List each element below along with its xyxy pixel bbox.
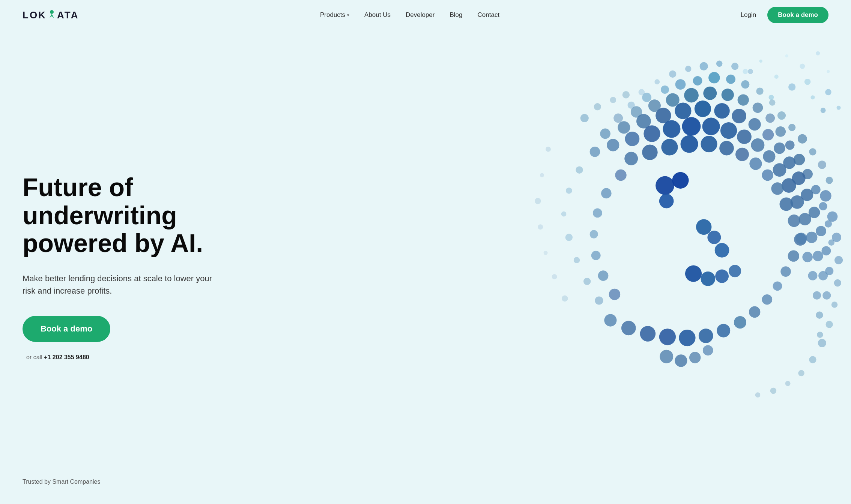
- svg-point-26: [675, 79, 686, 90]
- svg-point-95: [672, 172, 689, 189]
- svg-point-139: [562, 296, 568, 302]
- logo-text-left: LOK: [23, 9, 47, 21]
- svg-point-63: [714, 103, 729, 118]
- svg-point-161: [762, 170, 773, 181]
- svg-point-94: [656, 176, 674, 195]
- svg-point-39: [613, 114, 623, 123]
- svg-point-113: [762, 294, 772, 305]
- svg-point-114: [773, 281, 782, 291]
- phone-number: +1 202 355 9480: [44, 354, 89, 360]
- svg-point-159: [735, 148, 749, 161]
- nav-blog[interactable]: Blog: [450, 11, 463, 18]
- svg-point-86: [773, 163, 786, 177]
- svg-point-27: [693, 76, 702, 86]
- svg-point-10: [788, 83, 795, 90]
- svg-point-44: [703, 87, 717, 100]
- svg-point-47: [752, 103, 763, 113]
- svg-point-123: [566, 188, 572, 194]
- svg-point-172: [601, 188, 612, 199]
- svg-point-33: [777, 111, 786, 120]
- svg-point-146: [825, 321, 833, 328]
- svg-point-90: [806, 232, 817, 243]
- svg-point-104: [604, 314, 616, 326]
- svg-point-22: [748, 69, 753, 74]
- chevron-down-icon: ▾: [347, 13, 349, 18]
- svg-point-145: [831, 302, 837, 308]
- svg-point-167: [808, 271, 817, 280]
- svg-point-77: [625, 132, 639, 146]
- svg-point-61: [675, 103, 691, 119]
- svg-point-24: [642, 93, 651, 102]
- svg-point-171: [615, 170, 626, 181]
- book-demo-hero-button[interactable]: Book a demo: [23, 316, 110, 342]
- svg-point-127: [583, 278, 591, 285]
- svg-point-108: [679, 330, 695, 346]
- svg-point-152: [755, 392, 760, 398]
- svg-point-173: [592, 208, 602, 218]
- ai-head-svg: [369, 30, 851, 496]
- svg-point-140: [820, 190, 831, 201]
- svg-point-119: [675, 354, 687, 367]
- svg-point-111: [734, 316, 746, 328]
- svg-point-64: [732, 109, 746, 123]
- svg-point-85: [763, 150, 775, 163]
- nav-about-us[interactable]: About Us: [364, 11, 391, 18]
- hero-content: Future of underwriting powered by AI. Ma…: [23, 173, 255, 361]
- svg-point-106: [640, 326, 655, 341]
- svg-point-97: [696, 219, 711, 235]
- svg-point-72: [816, 226, 826, 236]
- svg-point-130: [594, 103, 601, 110]
- svg-point-0: [50, 10, 54, 14]
- svg-point-3: [774, 75, 778, 79]
- svg-point-169: [816, 312, 823, 319]
- book-demo-nav-button[interactable]: Book a demo: [767, 7, 828, 23]
- logo[interactable]: LOK ATA: [23, 9, 79, 21]
- trusted-text: Trusted by Smart Companies: [23, 478, 100, 485]
- svg-point-8: [827, 70, 830, 73]
- svg-point-99: [714, 243, 729, 258]
- svg-point-124: [561, 212, 566, 217]
- svg-point-129: [580, 114, 588, 122]
- svg-point-29: [726, 75, 735, 84]
- svg-point-177: [609, 289, 620, 300]
- svg-point-120: [689, 352, 701, 363]
- svg-point-135: [535, 198, 541, 204]
- svg-point-87: [782, 178, 796, 193]
- svg-point-45: [721, 88, 734, 101]
- svg-point-148: [809, 356, 816, 363]
- svg-point-105: [621, 321, 636, 335]
- svg-point-121: [702, 345, 713, 356]
- svg-point-43: [684, 88, 699, 103]
- login-link[interactable]: Login: [741, 11, 756, 19]
- svg-point-7: [804, 79, 810, 85]
- svg-point-21: [731, 63, 738, 70]
- nav-contact[interactable]: Contact: [478, 11, 500, 18]
- svg-point-107: [659, 328, 675, 345]
- svg-point-92: [818, 271, 828, 280]
- svg-point-109: [698, 328, 713, 343]
- svg-point-168: [813, 291, 821, 300]
- svg-point-142: [832, 232, 841, 242]
- svg-point-157: [701, 136, 717, 152]
- svg-point-118: [660, 350, 673, 363]
- svg-point-125: [565, 234, 572, 241]
- svg-point-156: [680, 135, 698, 153]
- svg-point-37: [818, 160, 826, 169]
- svg-point-5: [800, 64, 805, 69]
- svg-point-83: [737, 129, 752, 144]
- svg-point-166: [802, 252, 813, 262]
- svg-point-158: [719, 141, 734, 156]
- nav-developer[interactable]: Developer: [406, 11, 435, 18]
- svg-point-82: [720, 122, 737, 139]
- svg-point-54: [819, 202, 827, 210]
- nav-products[interactable]: Products ▾: [320, 11, 349, 19]
- svg-point-174: [589, 230, 598, 238]
- svg-point-164: [788, 214, 800, 227]
- svg-point-132: [622, 91, 629, 98]
- svg-point-147: [818, 339, 826, 347]
- svg-point-28: [708, 72, 720, 83]
- svg-point-137: [543, 251, 547, 255]
- svg-point-176: [598, 270, 608, 281]
- svg-point-103: [729, 265, 741, 277]
- svg-point-128: [595, 296, 603, 304]
